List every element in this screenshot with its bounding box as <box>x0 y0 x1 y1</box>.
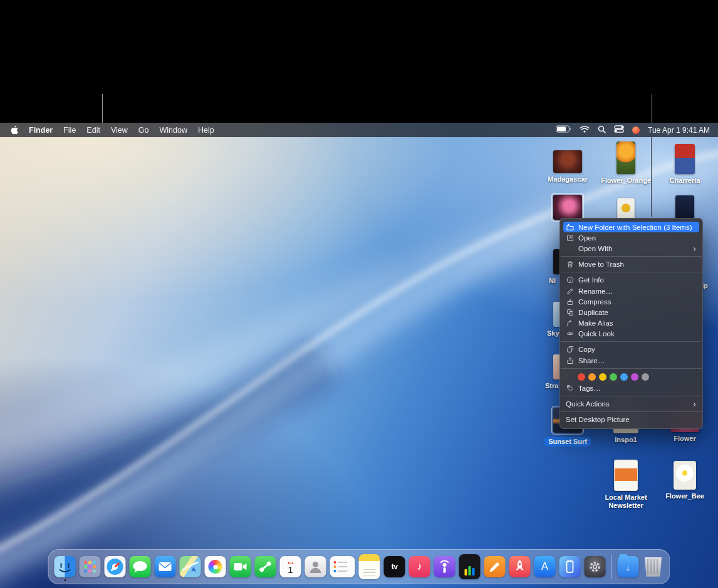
context-menu-item-get-info[interactable]: Get Info <box>560 275 702 286</box>
dock-finder-icon[interactable] <box>55 556 76 577</box>
eye-icon <box>566 330 574 338</box>
context-menu-item-tags[interactable]: Tags… <box>560 383 702 393</box>
dock-rocket-app-icon[interactable] <box>509 556 531 577</box>
wifi-icon[interactable] <box>580 125 590 135</box>
new-folder-icon <box>566 224 574 231</box>
desktop-icon-charreria[interactable]: Charreria <box>657 144 712 185</box>
dock-messages-icon[interactable] <box>130 556 151 577</box>
tag-gray-dot[interactable] <box>642 373 649 381</box>
dock-calendar-icon[interactable]: Tue 1 <box>280 556 301 577</box>
compass-needle <box>110 562 119 571</box>
note-line <box>363 569 376 570</box>
context-menu-item-new-folder-with-selection[interactable]: New Folder with Selection (3 Items) <box>563 222 699 232</box>
context-menu-item-label: Get Info <box>578 276 604 284</box>
dock-maps-icon[interactable] <box>180 556 201 577</box>
apple-menu-icon[interactable] <box>11 125 18 135</box>
tag-green-dot[interactable] <box>610 373 617 381</box>
context-menu-item-set-desktop-picture[interactable]: Set Desktop Picture <box>560 415 702 425</box>
context-menu-item-quick-actions[interactable]: Quick Actions › <box>560 398 702 409</box>
dock-photos-icon[interactable] <box>205 556 226 577</box>
tag-blue-dot[interactable] <box>620 373 628 381</box>
dock-apple-tv-icon[interactable]: tv <box>384 556 405 577</box>
mac-desktop: Finder File Edit View Go Window Help <box>0 123 718 588</box>
tag-orange-dot[interactable] <box>588 373 596 381</box>
file-label: Flower_Bee <box>665 492 704 500</box>
file-label: Local Market Newsletter <box>600 493 652 510</box>
tag-purple-dot[interactable] <box>631 373 638 381</box>
dock-downloads-folder-icon[interactable]: ↓ <box>618 556 639 577</box>
context-menu-item-make-alias[interactable]: Make Alias <box>560 318 702 329</box>
context-menu-item-label: Share… <box>578 357 605 364</box>
dock-app-store-icon[interactable]: A <box>534 556 556 577</box>
dock-system-settings-icon[interactable] <box>585 556 606 577</box>
context-menu-item-move-to-trash[interactable]: Move to Trash <box>560 259 702 270</box>
dock-separator <box>611 555 612 579</box>
file-label-partial: Stra <box>540 382 558 390</box>
context-menu-item-open-with[interactable]: Open With › <box>560 243 702 254</box>
file-thumbnail <box>553 150 582 173</box>
tag-yellow-dot[interactable] <box>599 373 606 381</box>
context-menu-item-label: Copy <box>578 346 595 353</box>
tag-red-dot[interactable] <box>578 373 585 381</box>
menu-separator <box>561 411 702 412</box>
dock-phone-icon[interactable] <box>255 556 276 577</box>
dock-safari-icon[interactable] <box>105 556 126 577</box>
pencil-icon <box>566 287 574 295</box>
context-menu-item-compress[interactable]: Compress <box>560 296 702 307</box>
context-menu-item-label: Duplicate <box>578 309 608 316</box>
context-menu-item-open[interactable]: Open <box>560 232 702 243</box>
callout-line-left <box>102 94 103 123</box>
dock-trash-icon[interactable] <box>643 556 664 577</box>
submenu-chevron-icon: › <box>693 400 696 408</box>
dock-reminders-icon[interactable] <box>330 556 355 577</box>
dock-launchpad-icon[interactable] <box>80 556 101 577</box>
menu-bar-left: Finder File Edit View Go Window Help <box>0 125 214 135</box>
menu-bar-clock[interactable]: Tue Apr 1 9:41 AM <box>648 126 710 135</box>
dock: Tue 1 tv ♪ <box>48 549 670 584</box>
download-arrow-glyph: ↓ <box>626 562 631 572</box>
dock-chart-app-icon[interactable] <box>459 554 481 579</box>
menu-view[interactable]: View <box>111 126 128 135</box>
reminder-row <box>334 565 348 568</box>
context-menu-item-label: Compress <box>578 298 611 306</box>
dock-contacts-icon[interactable] <box>305 556 326 577</box>
menu-help[interactable]: Help <box>198 126 214 135</box>
desktop-icon-madagascar[interactable]: Madagascar <box>540 150 595 183</box>
open-icon <box>566 234 574 242</box>
reminder-row <box>334 570 348 572</box>
context-menu-item-label: Open With <box>578 245 612 252</box>
dock-iphone-mirroring-icon[interactable] <box>559 556 581 577</box>
red-status-icon[interactable] <box>632 126 640 134</box>
dock-podcasts-icon[interactable] <box>434 556 455 577</box>
chart-bar <box>469 566 471 575</box>
battery-icon[interactable] <box>556 125 571 135</box>
context-menu-item-rename[interactable]: Rename… <box>560 286 702 296</box>
file-label: Madagascar <box>548 175 588 183</box>
dock-mail-icon[interactable] <box>155 556 176 577</box>
trash-icon <box>566 260 574 268</box>
context-menu-item-share[interactable]: Share… <box>560 355 702 366</box>
menu-file[interactable]: File <box>63 126 76 135</box>
context-menu-item-copy[interactable]: Copy <box>560 344 702 355</box>
menu-edit[interactable]: Edit <box>86 126 100 135</box>
desktop-icon-small-flower[interactable] <box>598 198 653 220</box>
info-icon <box>566 276 574 284</box>
control-center-icon[interactable] <box>614 125 624 135</box>
menu-go[interactable]: Go <box>138 126 149 135</box>
desktop-icon-local-market-newsletter[interactable]: Local Market Newsletter <box>598 460 653 510</box>
search-icon[interactable] <box>598 125 606 135</box>
context-menu-item-quick-look[interactable]: Quick Look <box>560 329 702 339</box>
context-menu-item-duplicate[interactable]: Duplicate <box>560 307 702 317</box>
dock-pencil-app-icon[interactable] <box>484 556 506 577</box>
menu-window[interactable]: Window <box>159 126 187 135</box>
desktop-icon-flower-bee[interactable]: Flower_Bee <box>657 461 712 500</box>
dock-notes-icon[interactable] <box>359 554 380 579</box>
menu-finder[interactable]: Finder <box>29 126 53 135</box>
dock-facetime-icon[interactable] <box>230 556 251 577</box>
context-menu-item-label: Quick Actions <box>566 400 610 408</box>
calendar-day: 1 <box>288 565 293 575</box>
desktop-icon-flower-orange[interactable]: Flower_Orange <box>598 142 653 185</box>
dock-music-icon[interactable]: ♪ <box>409 556 430 577</box>
file-label-partial: Ni <box>540 277 556 285</box>
file-label: Flower <box>674 435 695 443</box>
